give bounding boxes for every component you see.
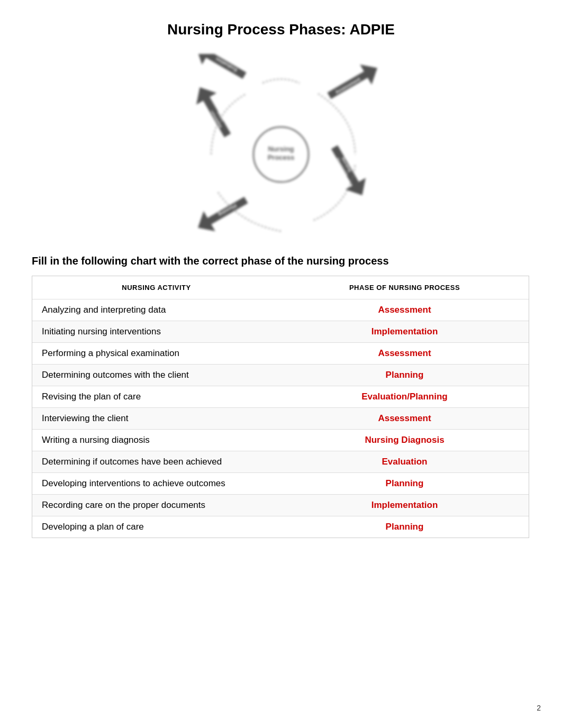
activity-cell: Initiating nursing interventions <box>32 321 280 342</box>
activity-cell: Determining if outcomes have been achiev… <box>32 451 280 472</box>
phase-cell: Implementation <box>280 321 529 342</box>
phase-cell: Planning <box>280 365 529 386</box>
chart-header: NURSING ACTIVITY PHASE OF NURSING PROCES… <box>32 276 529 299</box>
table-row: Initiating nursing interventionsImplemen… <box>32 321 529 342</box>
table-row: Writing a nursing diagnosisNursing Diagn… <box>32 429 529 451</box>
adpie-diagram: Nursing Process Assessment Evaluation Nu… <box>149 54 413 255</box>
page-title: Nursing Process Phases: ADPIE <box>32 21 530 38</box>
phase-cell: Evaluation/Planning <box>280 386 529 407</box>
col1-header: NURSING ACTIVITY <box>32 280 280 295</box>
table-row: Developing interventions to achieve outc… <box>32 472 529 494</box>
table-row: Developing a plan of carePlanning <box>32 516 529 538</box>
page-number: 2 <box>537 704 541 712</box>
phase-cell: Assessment <box>280 408 529 429</box>
phase-cell: Assessment <box>280 343 529 364</box>
phase-cell: Planning <box>280 473 529 494</box>
svg-text:Nursing: Nursing <box>268 145 294 153</box>
activity-cell: Determining outcomes with the client <box>32 365 280 386</box>
activity-cell: Writing a nursing diagnosis <box>32 430 280 451</box>
activity-cell: Developing a plan of care <box>32 516 280 538</box>
col2-header: PHASE OF NURSING PROCESS <box>280 280 529 295</box>
table-row: Recording care on the proper documentsIm… <box>32 494 529 516</box>
page: Nursing Process Phases: ADPIE Nursing Pr… <box>0 0 562 728</box>
phase-cell: Evaluation <box>280 451 529 472</box>
table-row: Determining if outcomes have been achiev… <box>32 451 529 472</box>
activity-cell: Revising the plan of care <box>32 386 280 407</box>
table-row: Interviewing the clientAssessment <box>32 407 529 429</box>
phase-cell: Assessment <box>280 299 529 321</box>
table-row: Revising the plan of careEvaluation/Plan… <box>32 386 529 407</box>
phase-cell: Planning <box>280 516 529 538</box>
svg-text:Assessment: Assessment <box>334 76 361 95</box>
phase-cell: Nursing Diagnosis <box>280 430 529 451</box>
activity-cell: Recording care on the proper documents <box>32 495 280 516</box>
svg-text:Process: Process <box>268 153 295 161</box>
section-heading: Fill in the following chart with the cor… <box>32 255 530 267</box>
nursing-chart: NURSING ACTIVITY PHASE OF NURSING PROCES… <box>32 276 529 538</box>
chart-rows: Analyzing and interpreting dataAssessmen… <box>32 299 529 538</box>
phase-cell: Implementation <box>280 495 529 516</box>
activity-cell: Analyzing and interpreting data <box>32 299 280 321</box>
table-row: Analyzing and interpreting dataAssessmen… <box>32 299 529 321</box>
adpie-svg: Nursing Process Assessment Evaluation Nu… <box>149 54 413 255</box>
activity-cell: Performing a physical examination <box>32 343 280 364</box>
table-row: Performing a physical examinationAssessm… <box>32 342 529 364</box>
activity-cell: Interviewing the client <box>32 408 280 429</box>
table-row: Determining outcomes with the clientPlan… <box>32 364 529 386</box>
activity-cell: Developing interventions to achieve outc… <box>32 473 280 494</box>
